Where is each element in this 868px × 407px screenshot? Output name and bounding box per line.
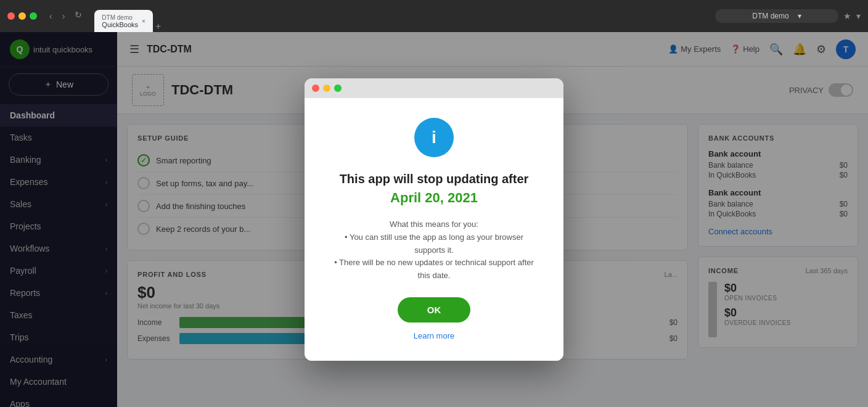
browser-tab-subtitle: DTM demo xyxy=(102,14,138,21)
modal-titlebar xyxy=(305,78,563,98)
ok-button[interactable]: OK xyxy=(398,297,471,323)
bookmark-icon[interactable]: ★ xyxy=(843,11,851,21)
browser-tab-add[interactable]: + xyxy=(155,21,161,32)
modal-dot-yellow[interactable] xyxy=(323,84,330,92)
browser-tab[interactable]: DTM demo QuickBooks × xyxy=(94,10,153,32)
modal-info-icon: i xyxy=(414,118,454,157)
browser-tab-label: QuickBooks xyxy=(102,21,138,28)
browser-back[interactable]: ‹ xyxy=(47,10,55,22)
browser-chrome: ‹ › ↻ DTM demo QuickBooks × + DTM demo ▾… xyxy=(0,0,868,32)
modal: i This app will stop updating after Apri… xyxy=(305,78,563,361)
modal-dot-red[interactable] xyxy=(312,84,319,92)
browser-tab-info: DTM demo QuickBooks xyxy=(102,14,138,28)
modal-overlay: i This app will stop updating after Apri… xyxy=(0,32,868,407)
browser-tab-bar: DTM demo QuickBooks × + xyxy=(94,0,705,32)
modal-description: What this means for you: • You can still… xyxy=(329,218,539,282)
browser-tab-close[interactable]: × xyxy=(142,18,145,25)
browser-dots xyxy=(7,12,37,20)
browser-dot-red[interactable] xyxy=(7,12,15,20)
modal-bullet2: • There will be no new updates or techni… xyxy=(334,258,534,280)
browser-nav: ‹ › ↻ xyxy=(47,10,84,22)
browser-actions: ★ ▾ xyxy=(843,11,861,21)
browser-dot-yellow[interactable] xyxy=(18,12,26,20)
modal-desc-line1: What this means for you: xyxy=(390,220,478,229)
address-bar[interactable]: DTM demo ▾ xyxy=(715,9,838,23)
browser-forward[interactable]: › xyxy=(60,10,68,22)
modal-date: April 20, 2021 xyxy=(329,190,539,206)
more-icon[interactable]: ▾ xyxy=(856,11,861,21)
address-dropdown[interactable]: ▾ xyxy=(798,12,801,20)
browser-refresh[interactable]: ↻ xyxy=(75,10,82,22)
address-text: DTM demo xyxy=(752,12,788,20)
learn-more-link[interactable]: Learn more xyxy=(414,331,454,340)
browser-dot-green[interactable] xyxy=(30,12,37,20)
modal-dot-green[interactable] xyxy=(334,84,342,92)
modal-bullet1: • You can still use the app as long as y… xyxy=(345,232,523,255)
modal-title: This app will stop updating after xyxy=(329,172,539,186)
modal-body: i This app will stop updating after Apri… xyxy=(305,98,563,361)
